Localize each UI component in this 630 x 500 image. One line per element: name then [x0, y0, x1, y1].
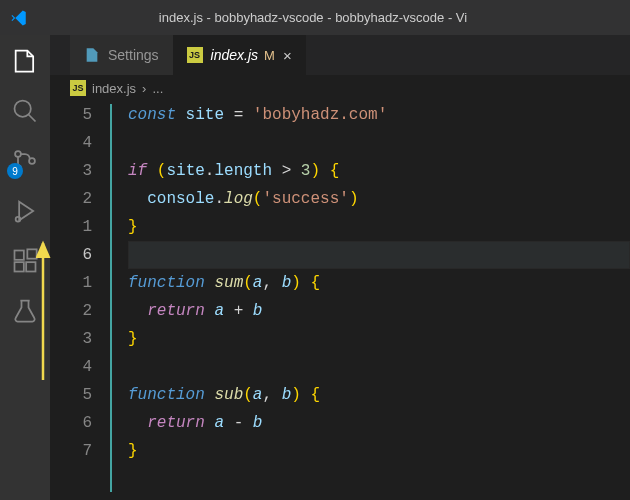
- run-debug-icon[interactable]: [11, 197, 39, 225]
- code-line: function sub(a, b) {: [128, 381, 630, 409]
- fold-margin: [110, 101, 120, 500]
- code-line: [128, 353, 630, 381]
- line-number: 1: [50, 269, 92, 297]
- line-gutter: 5 4 3 2 1 6 1 2 3 4 5 6 7: [50, 101, 110, 500]
- code-line: return a + b: [128, 297, 630, 325]
- svg-point-3: [29, 158, 35, 164]
- line-number: 4: [50, 129, 92, 157]
- code-line: }: [128, 437, 630, 465]
- line-number: 3: [50, 325, 92, 353]
- code-line: }: [128, 325, 630, 353]
- code-content[interactable]: const site = 'bobyhadz.com' if (site.len…: [120, 101, 630, 500]
- tab-bar: Settings JS index.js M ×: [50, 35, 630, 75]
- tab-label: index.js: [211, 47, 258, 63]
- testing-icon[interactable]: [11, 297, 39, 325]
- line-number: 2: [50, 297, 92, 325]
- editor-area: Settings JS index.js M × JS index.js › .…: [50, 35, 630, 500]
- svg-rect-7: [26, 262, 35, 271]
- fold-guide-line: [110, 104, 112, 492]
- activity-bar: 9: [0, 35, 50, 500]
- line-number: 7: [50, 437, 92, 465]
- code-line: const site = 'bobyhadz.com': [128, 101, 630, 129]
- code-line: [128, 129, 630, 157]
- settings-file-icon: [84, 47, 100, 63]
- scm-badge: 9: [7, 163, 23, 179]
- extensions-icon[interactable]: [11, 247, 39, 275]
- code-line: function sum(a, b) {: [128, 269, 630, 297]
- svg-point-1: [15, 151, 21, 157]
- line-number: 6: [50, 241, 92, 269]
- vscode-logo-icon: [10, 9, 28, 27]
- code-line: }: [128, 213, 630, 241]
- line-number: 4: [50, 353, 92, 381]
- code-editor[interactable]: 5 4 3 2 1 6 1 2 3 4 5 6 7 const site = '…: [50, 101, 630, 500]
- breadcrumb-more: ...: [152, 81, 163, 96]
- code-line: console.log('success'): [128, 185, 630, 213]
- title-bar: index.js - bobbyhadz-vscode - bobbyhadz-…: [0, 0, 630, 35]
- svg-point-4: [16, 217, 21, 222]
- javascript-file-icon: JS: [187, 47, 203, 63]
- breadcrumb[interactable]: JS index.js › ...: [50, 75, 630, 101]
- line-number: 5: [50, 101, 92, 129]
- tab-modified-indicator: M: [264, 48, 275, 63]
- tab-settings[interactable]: Settings: [70, 35, 173, 75]
- line-number: 3: [50, 157, 92, 185]
- svg-point-0: [15, 101, 31, 117]
- breadcrumb-file: index.js: [92, 81, 136, 96]
- chevron-right-icon: ›: [142, 81, 146, 96]
- line-number: 1: [50, 213, 92, 241]
- explorer-icon[interactable]: [11, 47, 39, 75]
- code-line-current: [128, 241, 630, 269]
- search-icon[interactable]: [11, 97, 39, 125]
- svg-rect-6: [15, 262, 24, 271]
- code-line: return a - b: [128, 409, 630, 437]
- code-line: if (site.length > 3) {: [128, 157, 630, 185]
- svg-rect-8: [27, 249, 36, 258]
- svg-rect-5: [15, 251, 24, 260]
- tab-index-js[interactable]: JS index.js M ×: [173, 35, 306, 75]
- close-icon[interactable]: ×: [283, 47, 292, 64]
- window-title: index.js - bobbyhadz-vscode - bobbyhadz-…: [36, 10, 630, 25]
- tab-label: Settings: [108, 47, 159, 63]
- line-number: 5: [50, 381, 92, 409]
- source-control-icon[interactable]: 9: [11, 147, 39, 175]
- line-number: 2: [50, 185, 92, 213]
- javascript-file-icon: JS: [70, 80, 86, 96]
- line-number: 6: [50, 409, 92, 437]
